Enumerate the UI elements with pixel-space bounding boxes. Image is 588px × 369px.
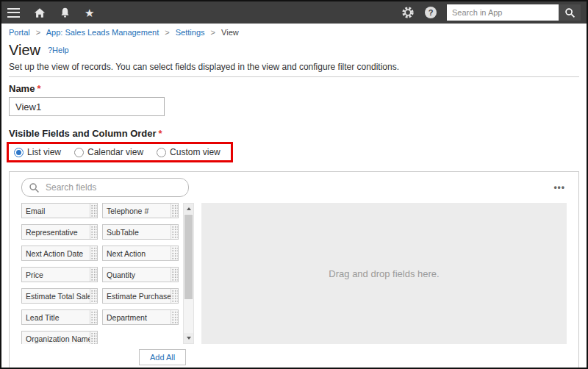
- field-item[interactable]: Organization Name: [21, 331, 98, 344]
- field-item-label: Lead Title: [22, 310, 90, 324]
- drag-handle-icon[interactable]: [90, 289, 97, 303]
- field-item-label: Organization Name: [22, 332, 90, 344]
- scrollbar-thumb[interactable]: [184, 215, 193, 299]
- scroll-up-arrow-icon[interactable]: [184, 204, 193, 214]
- app-search-box: [447, 4, 581, 21]
- field-column-right: Telephone # SubTable Next Action Quantit…: [102, 203, 179, 344]
- drag-handle-icon[interactable]: [171, 289, 178, 303]
- visible-fields-label: Visible Fields and Column Order*: [9, 128, 579, 139]
- field-item[interactable]: Estimate Total Sales: [21, 288, 98, 304]
- field-item-label: Estimate Total Sales: [22, 289, 90, 303]
- field-search-box: [21, 178, 189, 197]
- name-label-text: Name: [9, 83, 35, 94]
- name-label: Name*: [9, 83, 579, 94]
- topbar-left-icons: ★: [7, 7, 94, 18]
- divider: [9, 76, 579, 77]
- topbar: ★ ?: [1, 1, 587, 24]
- field-selection-panel: ••• Email Representative Next Action Dat…: [9, 171, 579, 369]
- field-item[interactable]: SubTable: [102, 224, 179, 240]
- drag-handle-icon[interactable]: [90, 225, 97, 239]
- help-icon[interactable]: ?: [425, 7, 437, 18]
- field-item-label: Department: [103, 310, 171, 324]
- field-search-input[interactable]: [44, 182, 182, 193]
- drop-target-area[interactable]: Drag and drop fields here.: [201, 203, 567, 344]
- radio-custom-view[interactable]: Custom view: [157, 147, 220, 157]
- field-item-label: Next Action: [103, 246, 171, 260]
- add-all-button[interactable]: Add All: [139, 349, 186, 365]
- radio-circle-icon: [14, 148, 24, 157]
- app-search-button[interactable]: [559, 4, 581, 21]
- field-item[interactable]: Next Action: [102, 246, 179, 261]
- breadcrumb-separator: >: [211, 28, 215, 37]
- drag-handle-icon[interactable]: [171, 310, 178, 324]
- field-item[interactable]: Price: [21, 267, 98, 282]
- hamburger-bars: [7, 8, 20, 18]
- drag-handle-icon[interactable]: [171, 268, 178, 282]
- field-item[interactable]: Telephone #: [102, 203, 179, 218]
- drag-handle-icon[interactable]: [90, 268, 97, 282]
- page-content: View ?Help Set up the view of records. Y…: [1, 40, 587, 369]
- field-item-label: Next Action Date: [22, 246, 90, 260]
- field-item[interactable]: Email: [21, 203, 98, 218]
- drag-handle-icon[interactable]: [90, 310, 97, 324]
- radio-circle-icon: [157, 148, 166, 157]
- radio-label: Custom view: [170, 147, 220, 157]
- page-title: View: [9, 42, 40, 59]
- scroll-down-arrow-icon[interactable]: [184, 333, 193, 343]
- search-magnifier-icon: [564, 7, 576, 18]
- visible-fields-label-text: Visible Fields and Column Order: [9, 128, 157, 139]
- app-window: ★ ? Portal > App: Sales Leads Management…: [0, 0, 588, 369]
- field-list: Email Representative Next Action Date Pr…: [21, 203, 194, 344]
- field-item[interactable]: Next Action Date: [21, 246, 98, 261]
- home-icon[interactable]: [34, 7, 46, 18]
- field-item-label: Representative: [22, 225, 90, 239]
- search-magnifier-icon: [29, 182, 40, 193]
- drag-handle-icon[interactable]: [90, 332, 97, 344]
- radio-circle-icon: [74, 148, 84, 157]
- radio-calendar-view[interactable]: Calendar view: [74, 147, 143, 157]
- hamburger-menu-icon[interactable]: [7, 8, 20, 18]
- field-item-label: Quantity: [103, 268, 171, 282]
- breadcrumb-settings[interactable]: Settings: [176, 28, 205, 37]
- drag-handle-icon[interactable]: [171, 246, 178, 260]
- field-column-left: Email Representative Next Action Date Pr…: [21, 203, 98, 344]
- drag-handle-icon[interactable]: [171, 225, 178, 239]
- breadcrumb-separator: >: [36, 28, 40, 37]
- breadcrumb-separator: >: [165, 28, 169, 37]
- favorites-star-icon[interactable]: ★: [85, 7, 94, 18]
- field-item[interactable]: Quantity: [102, 267, 179, 282]
- radio-label: List view: [27, 147, 61, 157]
- help-question-glyph: ?: [425, 7, 437, 18]
- required-asterisk: *: [159, 128, 162, 139]
- field-item-label: SubTable: [103, 225, 171, 239]
- view-name-input[interactable]: [9, 97, 165, 116]
- drop-hint-text: Drag and drop fields here.: [329, 268, 439, 279]
- field-item-label: Telephone #: [103, 204, 171, 218]
- breadcrumb-app[interactable]: App: Sales Leads Management: [46, 28, 159, 37]
- settings-gear-icon[interactable]: [401, 6, 415, 19]
- field-item-label: Estimate Purchase D...: [103, 289, 171, 303]
- topbar-right-icons: ?: [401, 4, 581, 21]
- help-link[interactable]: ?Help: [48, 46, 69, 54]
- field-item[interactable]: Lead Title: [21, 309, 98, 325]
- field-item-label: Email: [22, 204, 90, 218]
- breadcrumb-portal[interactable]: Portal: [9, 28, 30, 37]
- field-item[interactable]: Estimate Purchase D...: [102, 288, 179, 304]
- field-item[interactable]: Department: [102, 309, 179, 325]
- radio-list-view[interactable]: List view: [14, 147, 61, 157]
- panel-options-ellipsis-icon[interactable]: •••: [552, 182, 567, 193]
- required-asterisk: *: [37, 83, 40, 94]
- field-list-scrollbar[interactable]: [183, 203, 194, 344]
- field-item[interactable]: Representative: [21, 224, 98, 240]
- drag-handle-icon[interactable]: [171, 204, 178, 218]
- drag-handle-icon[interactable]: [90, 204, 97, 218]
- view-type-radio-group: List view Calendar view Custom view: [7, 142, 233, 162]
- app-search-input[interactable]: [447, 4, 559, 21]
- breadcrumb: Portal > App: Sales Leads Management > S…: [1, 24, 587, 39]
- field-item-label: Price: [22, 268, 90, 282]
- breadcrumb-current: View: [221, 28, 239, 37]
- page-description: Set up the view of records. You can sele…: [9, 62, 579, 72]
- drag-handle-icon[interactable]: [90, 246, 97, 260]
- notifications-bell-icon[interactable]: [60, 7, 71, 18]
- radio-label: Calendar view: [87, 147, 143, 157]
